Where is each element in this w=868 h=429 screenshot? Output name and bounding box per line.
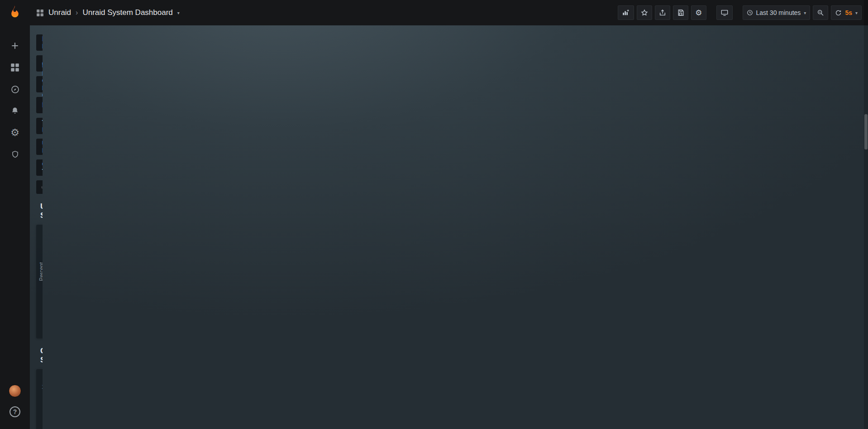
dashboard-grid-icon xyxy=(36,9,44,17)
dashboard-settings-button[interactable]: ⚙ xyxy=(691,5,706,20)
link-grafana-plex-theme[interactable]: Grafana Plex Theme xyxy=(36,180,43,194)
grafana-app: ⚙ ? Unraid › Unraid System Dashboard ▾ ⚙ xyxy=(0,0,868,429)
add-panel-icon xyxy=(622,9,630,16)
tv-mode-button[interactable] xyxy=(716,5,733,20)
alerting-bell-icon[interactable] xyxy=(9,105,21,117)
main-area: Unraid › Unraid System Dashboard ▾ ⚙ Las… xyxy=(30,0,868,429)
zoom-out-icon xyxy=(817,9,824,16)
variable-label: UPS Datasource xyxy=(42,140,43,154)
dashboard-title[interactable]: Unraid System Dashboard xyxy=(82,8,172,17)
y-axis-label-left: Percent xyxy=(38,262,43,281)
sidebar-bottom: ? xyxy=(9,381,21,423)
panel-cpu1: CPU 1 Last 30 minutes 100%50%0% 19:5520:… xyxy=(36,369,43,429)
breadcrumb-separator: › xyxy=(76,9,78,17)
chevron-down-icon: ▾ xyxy=(855,10,858,15)
chevron-down-icon: ▾ xyxy=(804,10,806,15)
zoom-out-time-button[interactable] xyxy=(813,5,828,20)
y-axis-left: 100%50%0% xyxy=(38,384,43,429)
time-range-label: Last 30 minutes xyxy=(756,9,801,16)
server-admin-shield-icon[interactable] xyxy=(9,148,21,161)
refresh-button[interactable]: 5s▾ xyxy=(831,5,862,20)
variable-host[interactable]: hostNostromo▾ xyxy=(36,97,43,113)
variable-telegraf-datasource[interactable]: Telegraf DatasourceTelegraf▾ xyxy=(36,118,43,134)
share-dashboard-button[interactable] xyxy=(655,5,670,20)
panel-ups-load: UPS Load % Last 12 hours Percent 35%30%2… xyxy=(36,225,43,338)
external-link-icon xyxy=(41,184,43,190)
dashboard: kWh Price0.65▾ Currencykr▾ UPS Max Outpu… xyxy=(30,25,43,429)
variable-label: host xyxy=(42,101,43,109)
variable-kwh-price[interactable]: kWh Price0.65▾ xyxy=(36,34,43,51)
help-icon[interactable]: ? xyxy=(9,405,21,418)
panel-title[interactable]: CPU 1 xyxy=(36,369,43,380)
gear-icon: ⚙ xyxy=(695,8,702,18)
navbar-actions: ⚙ Last 30 minutes ▾ 5s▾ xyxy=(618,5,862,20)
grafana-logo[interactable] xyxy=(7,5,23,21)
sidebar: ⚙ ? xyxy=(0,0,30,429)
panel-title[interactable]: UPS Load % xyxy=(36,225,43,236)
add-panel-button[interactable] xyxy=(618,5,634,20)
variable-label: Telegraf Datasource xyxy=(42,119,43,133)
create-plus-icon[interactable] xyxy=(9,39,21,52)
chevron-down-icon[interactable]: ▾ xyxy=(177,10,180,15)
variable-cpu-threads: CPU Threads xyxy=(36,159,43,176)
configuration-gear-icon[interactable]: ⚙ xyxy=(9,126,21,139)
save-dashboard-button[interactable] xyxy=(673,5,688,20)
page-scrollbar xyxy=(864,0,868,429)
share-icon xyxy=(659,9,666,16)
variable-label: kWh Price xyxy=(42,35,43,50)
breadcrumb-folder[interactable]: Unraid xyxy=(48,8,71,17)
refresh-interval-label: 5s xyxy=(845,9,852,16)
clock-icon xyxy=(747,10,753,16)
grafana-flame-icon xyxy=(7,5,23,20)
refresh-icon xyxy=(835,10,842,16)
variable-label: CPU Threads xyxy=(42,160,43,175)
star-dashboard-button[interactable] xyxy=(637,5,652,20)
breadcrumb: Unraid › Unraid System Dashboard ▾ xyxy=(36,8,180,17)
explore-compass-icon[interactable] xyxy=(9,83,21,96)
time-range-picker[interactable]: Last 30 minutes ▾ xyxy=(743,5,811,20)
dashboards-icon[interactable] xyxy=(9,61,21,74)
save-icon xyxy=(677,9,684,16)
variable-ups-max-output[interactable]: UPS Max Output Power Capacity (Watt)865▾ xyxy=(36,76,43,92)
variable-currency[interactable]: Currencykr▾ xyxy=(36,55,43,72)
legend: UPS LoadMin: 17% Max: 32% Avg: 20% Watts… xyxy=(36,312,43,356)
page-scrollbar-thumb[interactable] xyxy=(864,114,868,149)
user-avatar[interactable] xyxy=(9,385,21,397)
monitor-icon xyxy=(720,9,729,16)
section-title: UPS Stats xyxy=(40,202,43,220)
navbar: Unraid › Unraid System Dashboard ▾ ⚙ Las… xyxy=(30,0,868,25)
variable-ups-datasource[interactable]: UPS Datasourceapcupsd-container▾ xyxy=(36,139,43,155)
star-icon xyxy=(641,9,648,16)
